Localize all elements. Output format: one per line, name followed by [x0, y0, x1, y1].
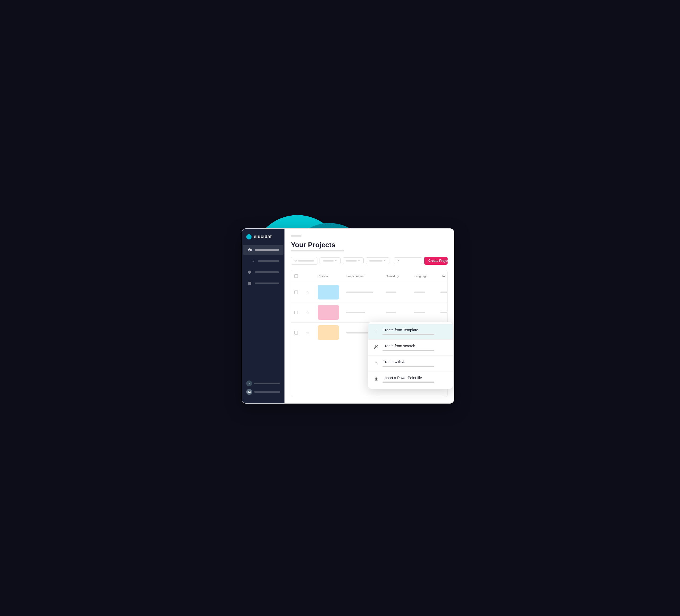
row1-star[interactable]: ☆	[306, 290, 316, 295]
scratch-content: Create from scratch	[382, 344, 447, 351]
media-label-bar	[255, 283, 279, 284]
divider-3	[368, 371, 453, 372]
dropdown-item-template[interactable]: Create from Template	[368, 324, 453, 339]
logo-dot	[246, 234, 252, 239]
row3-checkbox[interactable]	[294, 331, 304, 334]
sub-label-bar	[258, 260, 279, 262]
chevron-down-icon-3: ▼	[384, 259, 386, 262]
header-language: Language	[414, 274, 438, 278]
ai-bar	[382, 365, 434, 367]
row1-status	[441, 292, 448, 293]
sidebar-help[interactable]: ?	[246, 380, 280, 386]
ppt-label: Import a PowerPoint file	[382, 376, 447, 380]
sidebar-item-media[interactable]	[243, 278, 283, 288]
divider-1	[368, 339, 453, 340]
chevron-down-icon-2: ▼	[358, 259, 360, 262]
logo: elucidat	[242, 234, 284, 245]
logo-text: elucidat	[254, 234, 272, 239]
upload-icon	[373, 376, 379, 382]
row3-preview	[318, 325, 339, 340]
row1-owner	[386, 292, 412, 293]
row1-name	[346, 292, 384, 293]
filter-bar-1	[298, 260, 314, 262]
create-project-btn[interactable]: Create Project ▼	[424, 257, 448, 265]
sidebar-user[interactable]: SW	[246, 389, 280, 395]
header-owned-by: Owned by	[386, 274, 412, 278]
create-dropdown-menu: Create from Template Create from scra	[368, 322, 453, 389]
ai-content: Create with AI	[382, 360, 447, 367]
help-label-bar	[254, 383, 280, 384]
header-preview: Preview	[318, 274, 344, 278]
sort-btn[interactable]: ▼	[343, 257, 364, 264]
star-icon: ☆	[294, 259, 297, 263]
create-project-main[interactable]: Create Project	[424, 257, 448, 265]
palette-icon	[247, 270, 252, 274]
row2-owner	[386, 312, 412, 313]
table-row: ☆ ···	[291, 302, 447, 323]
table-row: ☆ ···	[291, 282, 447, 302]
help-icon: ?	[246, 380, 252, 386]
row1-checkbox[interactable]	[294, 291, 304, 294]
main-content: Your Projects ☆ ▼ ▼ ▼	[284, 229, 454, 403]
table-header: Preview Project name ↑ Owned by Language…	[291, 270, 447, 282]
sidebar-bottom: ? SW	[242, 377, 284, 398]
header-checkbox	[294, 274, 304, 278]
row2-name	[346, 312, 384, 313]
sidebar-item-themes[interactable]	[243, 267, 283, 277]
ppt-bar	[382, 382, 434, 383]
ppt-content: Import a PowerPoint file	[382, 376, 447, 383]
template-bar	[382, 334, 434, 335]
dropdown-item-scratch[interactable]: Create from scratch	[368, 340, 453, 355]
template-content: Create from Template	[382, 328, 447, 335]
search-box[interactable]	[394, 257, 422, 264]
search-icon	[397, 259, 400, 262]
sort-bar	[346, 260, 357, 262]
row2-status	[441, 312, 448, 313]
sidebar-nav: ↪	[242, 245, 284, 377]
sidebar: elucidat ↪	[242, 229, 284, 403]
row1-language	[414, 292, 438, 293]
select-all-checkbox[interactable]	[294, 274, 298, 278]
row1-preview	[318, 285, 339, 299]
row2-star[interactable]: ☆	[306, 310, 316, 315]
sparkles-icon	[373, 360, 379, 365]
themes-label-bar	[255, 271, 279, 273]
sidebar-item-courses[interactable]	[243, 245, 283, 255]
view-bar	[369, 260, 382, 262]
scene: elucidat ↪	[226, 212, 454, 404]
avatar: SW	[246, 389, 252, 395]
row2-checkbox[interactable]	[294, 311, 304, 314]
toolbar: ☆ ▼ ▼ ▼	[291, 257, 448, 265]
wand-icon	[373, 344, 379, 350]
user-label-bar	[254, 391, 280, 393]
row2-preview	[318, 305, 339, 320]
sidebar-item-sub[interactable]: ↪	[243, 256, 283, 266]
filter-bar-2	[323, 260, 334, 262]
row3-star[interactable]: ☆	[306, 330, 316, 335]
arrow-right-icon: ↪	[251, 259, 255, 263]
filter-btn[interactable]: ▼	[319, 257, 341, 264]
image-icon	[247, 281, 252, 286]
dropdown-item-ai[interactable]: Create with AI	[368, 356, 453, 371]
favorites-btn[interactable]: ☆	[291, 257, 317, 265]
header-project-name[interactable]: Project name ↑	[346, 274, 384, 278]
view-btn[interactable]: ▼	[366, 257, 389, 264]
header-status: Status	[441, 274, 448, 278]
row2-language	[414, 312, 438, 313]
app-window: elucidat ↪	[242, 228, 454, 404]
template-label: Create from Template	[382, 328, 447, 332]
top-bar	[291, 235, 302, 237]
courses-label-bar	[255, 249, 279, 251]
scratch-label: Create from scratch	[382, 344, 447, 348]
scratch-bar	[382, 350, 434, 351]
plus-icon	[373, 328, 379, 334]
graduation-cap-icon	[247, 247, 252, 252]
chevron-down-icon-1: ▼	[335, 259, 337, 262]
page-title: Your Projects	[291, 241, 448, 249]
dropdown-item-ppt[interactable]: Import a PowerPoint file	[368, 372, 453, 387]
ai-label: Create with AI	[382, 360, 447, 364]
page-subtitle-bar	[291, 250, 344, 252]
